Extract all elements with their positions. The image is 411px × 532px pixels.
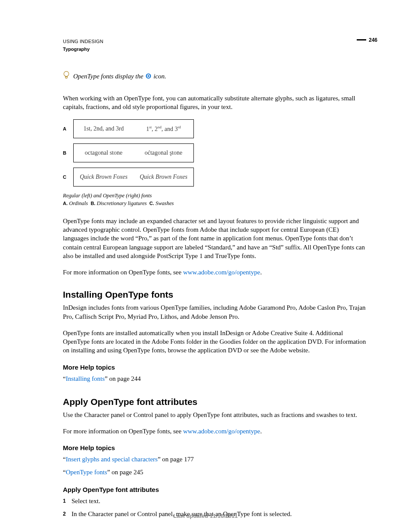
- figure-opentype-examples: A 1st, 2nd, and 3rd 1st, 2nd, and 3rd B …: [63, 119, 366, 187]
- tip-text-suffix: icon.: [153, 73, 166, 80]
- svg-point-0: [64, 72, 69, 77]
- figure-c-right: Quick Brown Foxes: [134, 174, 193, 180]
- running-head-line2: Typography: [63, 46, 366, 53]
- svg-point-2: [146, 74, 151, 79]
- xref-installing-fonts: “Installing fonts” on page 244: [63, 373, 366, 384]
- moreinfo-paragraph-2: For more information on OpenType fonts, …: [63, 427, 366, 436]
- section1-p2: OpenType fonts are installed automatical…: [63, 329, 366, 355]
- intro-paragraph: When working with an OpenType font, you …: [63, 94, 366, 112]
- section1-p1: InDesign includes fonts from various Ope…: [63, 303, 366, 321]
- installing-fonts-link[interactable]: Installing fonts: [66, 375, 105, 382]
- xref-opentype-fonts: “OpenType fonts” on page 245: [63, 467, 366, 477]
- running-head: USING INDESIGN Typography: [63, 38, 366, 53]
- xref-insert-glyphs: “Insert glyphs and special characters” o…: [63, 454, 366, 464]
- section1-more-help: More Help topics: [63, 364, 366, 371]
- section2-more-help: More Help topics: [63, 444, 366, 451]
- footer-last-updated: Last updated 11/16/2011: [0, 513, 411, 519]
- figure-b-right: oćtagonal ştone: [134, 149, 193, 156]
- section2-p1: Use the Character panel or Control panel…: [63, 411, 366, 419]
- opentype-o-icon: [145, 73, 152, 80]
- tip: OpenType fonts display the icon.: [63, 72, 366, 81]
- section-installing-title: Installing OpenType fonts: [63, 289, 366, 300]
- section-apply-title: Apply OpenType font attributes: [63, 397, 366, 407]
- running-head-line1: USING INDESIGN: [63, 38, 366, 46]
- figure-b-left: octagonal stone: [74, 149, 134, 156]
- insert-glyphs-link[interactable]: Insert glyphs and special characters: [66, 456, 158, 463]
- figure-a-right: 1st, 2nd, and 3rd: [134, 125, 193, 133]
- figure-c-left: Quick Brown Foxes: [74, 174, 134, 180]
- moreinfo-paragraph-1: For more information on OpenType fonts, …: [63, 268, 366, 277]
- step-1: Select text.: [63, 496, 366, 506]
- opentype-link-2[interactable]: www.adobe.com/go/opentype: [183, 428, 260, 435]
- after-figure-paragraph: OpenType fonts may include an expanded c…: [63, 217, 366, 260]
- task-title: Apply OpenType font attributes: [63, 486, 366, 493]
- page-number: 246: [357, 37, 377, 43]
- opentype-fonts-link[interactable]: OpenType fonts: [66, 469, 107, 476]
- figure-row-b: B octagonal stone oćtagonal ştone: [63, 143, 366, 162]
- lightbulb-icon: [63, 72, 70, 79]
- tip-text-prefix: OpenType fonts display the: [73, 73, 145, 80]
- opentype-link[interactable]: www.adobe.com/go/opentype: [183, 269, 260, 276]
- figure-row-a: A 1st, 2nd, and 3rd 1st, 2nd, and 3rd: [63, 119, 366, 138]
- figure-a-left: 1st, 2nd, and 3rd: [74, 125, 134, 132]
- figure-row-c: C Quick Brown Foxes Quick Brown Foxes: [63, 168, 366, 187]
- figure-caption: Regular (left) and OpenType (right) font…: [63, 192, 366, 207]
